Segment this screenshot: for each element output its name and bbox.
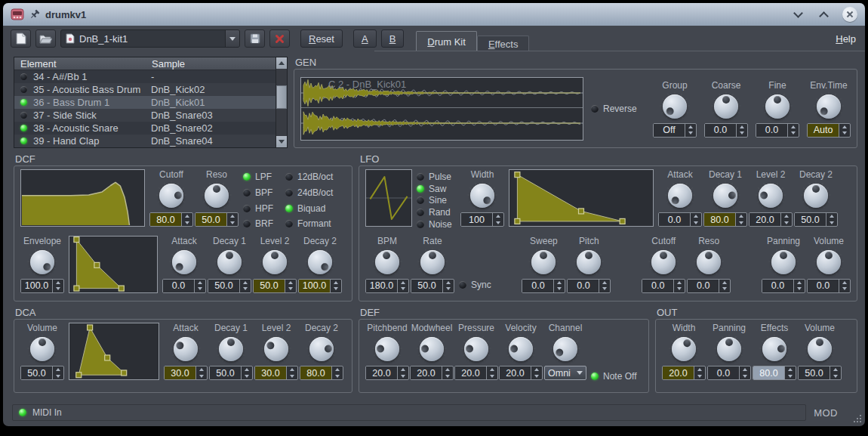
spin-down-button[interactable] <box>53 286 63 292</box>
envelope-node-handle[interactable] <box>88 325 93 330</box>
spin-up-button[interactable] <box>554 280 565 286</box>
lfo-pitch-value[interactable]: 0.0 <box>568 280 599 292</box>
scrollbar-track[interactable] <box>276 69 287 136</box>
gen-coarse-value[interactable]: 0.0 <box>705 124 736 137</box>
save-preset-button[interactable] <box>245 29 265 48</box>
dcf-lpf-radio[interactable]: LPF <box>243 172 281 182</box>
gen-env-time-knob[interactable] <box>814 91 844 122</box>
dcf-decay-2-value[interactable]: 100.0 <box>299 280 330 292</box>
spin-down-button[interactable] <box>331 286 341 292</box>
dca-decay-1-spinbox[interactable]: 50.0 <box>209 366 253 380</box>
spin-up-button[interactable] <box>332 366 343 373</box>
compare-a-button[interactable]: A <box>353 29 377 48</box>
lfo-attack-value[interactable]: 0.0 <box>659 213 690 226</box>
lfo-width-value[interactable]: 100 <box>461 213 492 226</box>
spin-down-button[interactable] <box>839 130 850 137</box>
gen-fine-knob[interactable] <box>762 91 793 122</box>
spin-down-button[interactable] <box>242 373 252 380</box>
spin-up-button[interactable] <box>53 280 63 286</box>
spin-up-button[interactable] <box>839 280 850 286</box>
lfo-panning-value[interactable]: 0.0 <box>762 280 793 292</box>
scrollbar-thumb[interactable] <box>276 85 287 108</box>
lfo-level-2-value[interactable]: 20.0 <box>749 213 780 226</box>
spin-down-button[interactable] <box>794 286 805 292</box>
dcf-envelope-value[interactable]: 100.0 <box>21 280 52 292</box>
element-row[interactable]: 36 - Bass Drum 1DnB_Kick01 <box>14 96 275 109</box>
scroll-down-button[interactable] <box>276 136 287 147</box>
filter-curve-display[interactable] <box>20 169 145 227</box>
dca-level-2-value[interactable]: 30.0 <box>255 366 286 379</box>
envelope-node-handle[interactable] <box>94 262 100 267</box>
dcf-decay-1-value[interactable]: 50.0 <box>208 280 239 292</box>
lfo-reso-knob[interactable] <box>694 247 724 277</box>
dcf-envelope-spinbox[interactable]: 100.0 <box>20 279 64 293</box>
dca-envelope-display[interactable] <box>69 323 159 380</box>
spin-up-button[interactable] <box>785 366 796 373</box>
envelope-node-handle[interactable] <box>76 373 82 378</box>
spin-up-button[interactable] <box>285 280 296 286</box>
help-button[interactable]: Help <box>836 33 856 45</box>
lfo-cutoff-value[interactable]: 0.0 <box>642 280 673 292</box>
dcf-cutoff-value[interactable]: 80.0 <box>150 213 181 226</box>
lfo-width-knob[interactable] <box>467 181 497 211</box>
sample-waveform-display[interactable]: C 2 - DnB_Kick01 <box>300 77 583 141</box>
spin-down-button[interactable] <box>830 373 841 380</box>
def-pitchbend-knob[interactable] <box>372 334 402 364</box>
spin-down-button[interactable] <box>737 130 747 137</box>
element-row[interactable]: 37 - Side StickDnB_Snare03 <box>14 109 275 122</box>
lfo-sine-radio[interactable]: Sine <box>417 195 456 206</box>
spin-down-button[interactable] <box>781 220 792 227</box>
def-pressure-spinbox[interactable]: 20.0 <box>454 366 498 380</box>
dcf-decay-2-spinbox[interactable]: 100.0 <box>298 279 342 293</box>
lfo-decay-1-spinbox[interactable]: 80.0 <box>703 212 747 227</box>
out-effects-value[interactable]: 80.0 <box>753 366 784 379</box>
gen-env-time-value[interactable]: Auto <box>808 124 839 137</box>
spin-down-button[interactable] <box>788 130 799 137</box>
dcf-bpf-radio[interactable]: BPF <box>243 187 281 198</box>
element-row[interactable]: 34 - A#/Bb 1- <box>14 70 275 83</box>
spin-up-button[interactable] <box>487 366 497 373</box>
lfo-decay-1-knob[interactable] <box>710 181 740 211</box>
dcf-envelope-display[interactable] <box>69 236 158 293</box>
def-channel-combo[interactable]: Omni <box>544 366 586 380</box>
spin-down-button[interactable] <box>740 373 750 380</box>
spin-up-button[interactable] <box>839 124 850 131</box>
lfo-bpm-knob[interactable] <box>372 247 402 277</box>
spin-up-button[interactable] <box>781 213 792 220</box>
dca-attack-value[interactable]: 30.0 <box>165 366 195 379</box>
spin-up-button[interactable] <box>719 280 730 286</box>
lfo-volume-knob[interactable] <box>814 247 844 277</box>
envelope-node-handle[interactable] <box>515 172 520 178</box>
minimize-button[interactable] <box>791 8 805 21</box>
out-effects-knob[interactable] <box>759 334 790 364</box>
spin-up-button[interactable] <box>240 280 251 286</box>
gen-coarse-knob[interactable] <box>711 91 741 122</box>
lfo-volume-value[interactable]: 0.0 <box>808 280 839 292</box>
dca-attack-knob[interactable] <box>171 334 201 364</box>
spin-down-button[interactable] <box>487 373 497 380</box>
note-off-toggle[interactable]: Note Off <box>591 371 636 382</box>
spin-down-button[interactable] <box>826 220 837 227</box>
tab-effects[interactable]: Effects <box>477 36 530 51</box>
dcf-cutoff-spinbox[interactable]: 80.0 <box>149 212 193 227</box>
gen-group-knob[interactable] <box>660 91 690 122</box>
spin-down-button[interactable] <box>599 286 610 292</box>
spin-down-button[interactable] <box>493 220 503 227</box>
spin-up-button[interactable] <box>691 213 701 220</box>
dcf-cutoff-knob[interactable] <box>156 181 186 211</box>
gen-env-time-spinbox[interactable]: Auto <box>807 123 851 138</box>
lfo-panning-spinbox[interactable]: 0.0 <box>762 279 805 293</box>
out-width-value[interactable]: 20.0 <box>663 366 694 379</box>
lfo-volume-spinbox[interactable]: 0.0 <box>807 279 851 293</box>
dca-decay-2-value[interactable]: 80.0 <box>300 366 331 379</box>
gen-group-spinbox[interactable]: Off <box>653 123 697 138</box>
spin-down-button[interactable] <box>287 373 297 380</box>
element-list-header[interactable]: Element Sample <box>14 57 275 70</box>
lfo-level-2-spinbox[interactable]: 20.0 <box>749 212 793 227</box>
out-volume-spinbox[interactable]: 50.0 <box>798 366 842 380</box>
lfo-sweep-spinbox[interactable]: 0.0 <box>522 279 565 293</box>
delete-preset-button[interactable] <box>269 29 290 48</box>
out-panning-spinbox[interactable]: 0.0 <box>707 366 751 380</box>
lfo-saw-radio[interactable]: Saw <box>417 184 456 194</box>
element-list-scrollbar[interactable] <box>275 57 287 147</box>
